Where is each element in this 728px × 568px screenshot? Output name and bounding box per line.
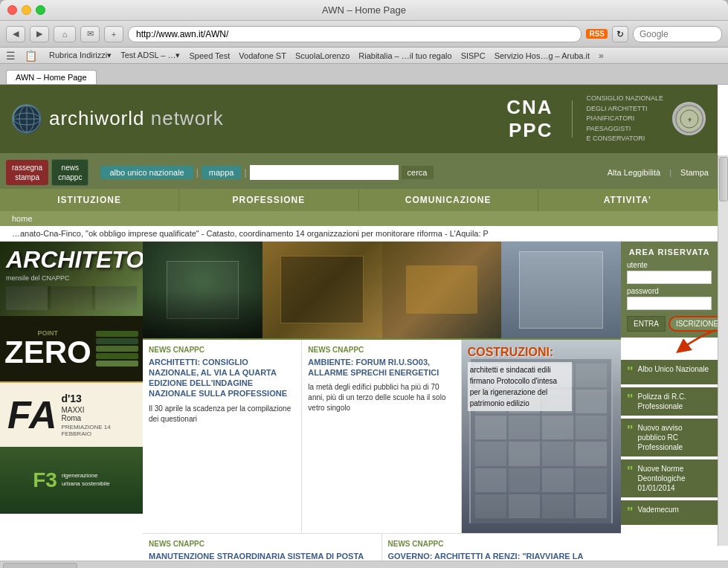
area-riservata: AREA RISERVATA utente password ENTRA ISC… (621, 242, 718, 338)
window-chrome: AWN – Home Page ◀ ▶ ⌂ ✉ + RSS ↻ ☰ 📋 Rubr… (0, 0, 728, 568)
stampa-link[interactable]: Stampa (680, 168, 709, 177)
refresh-button[interactable]: ↻ (612, 26, 628, 42)
sidebar-link-norme[interactable]: " Nuove Norme Deontologiche 01/01/2014 (621, 459, 718, 497)
bookmark-speedtest[interactable]: Speed Test (189, 51, 230, 60)
search-bar[interactable] (633, 26, 722, 42)
photo-4 (501, 242, 621, 338)
url-bar[interactable] (128, 26, 582, 42)
utente-label: utente (627, 261, 712, 269)
bookmark-vodafone[interactable]: Vodafone ST (239, 51, 286, 60)
bottom-scrollbar (0, 561, 728, 568)
zero-banner[interactable]: POINT ZERO (0, 316, 143, 381)
costruzioni-title: COSTRUZIONI: (468, 346, 572, 359)
breadcrumb: home (0, 211, 718, 226)
news-col-3-building: COSTRUZIONI: architetti e sindacati edil… (462, 340, 621, 533)
home-button[interactable]: ⌂ (54, 26, 76, 42)
bookmarks-bar: ☰ 📋 Rubrica Indirizzi▾ Test ADSL – …▾ Sp… (0, 48, 728, 64)
iscrizione-button[interactable]: ISCRIZIONE (669, 316, 718, 332)
search-input-site[interactable] (250, 165, 399, 180)
news-tag-1: NEWS CNAPPC (149, 346, 295, 354)
title-bar: AWN – Home Page (0, 0, 728, 21)
news-ticker: …anato-Cna-Finco, "ok obbligo imprese qu… (0, 226, 718, 242)
bookmark-riabitalia[interactable]: Riabitalia – …il tuo regalo (358, 51, 451, 60)
browser-content: archiworld network CNA PPC CONSIGLI (0, 85, 728, 561)
scrollbar[interactable] (718, 155, 728, 546)
nav-attivita[interactable]: ATTIVITA' (538, 189, 718, 211)
password-input[interactable] (627, 297, 712, 310)
news-col-2: NEWS CNAPPC AMBIENTE: FORUM RI.U.SO03, A… (302, 340, 461, 533)
green-banner[interactable]: F3 rigenerazioneurbana sostenibile (0, 447, 143, 514)
scrollbar-thumb[interactable] (719, 157, 728, 201)
logo-accent: network (151, 107, 224, 129)
password-label: password (627, 287, 712, 295)
right-sidebar: AREA RISERVATA utente password ENTRA ISC… (621, 242, 718, 561)
mail-button[interactable]: ✉ (80, 26, 100, 42)
tab-bar: AWN – Home Page (0, 64, 728, 85)
news-row2: NEWS CNAPPC MANUTENZIONE STRAORDINARIA S… (143, 533, 621, 561)
left-sidebar: ARCHITETO mensile del CNAPPC POI (0, 242, 143, 561)
albo-btn[interactable]: albo unico nazionale (100, 166, 193, 179)
bookmark-rubrica[interactable]: Rubrica Indirizzi▾ (49, 51, 112, 60)
architetto-banner[interactable]: ARCHITETO mensile del CNAPPC (0, 242, 143, 316)
sidebar-link-text-3: Nuovo avviso pubblico RC Professionale (638, 423, 712, 452)
bookmarks-more[interactable]: » (599, 51, 604, 61)
logo-text: archiworld network (49, 107, 224, 130)
mappa-btn[interactable]: mappa (202, 166, 242, 179)
news-cnappc-btn[interactable]: newscnappc (51, 159, 88, 186)
cerca-btn[interactable]: cerca (402, 166, 434, 179)
news-body-2: la metà degli edifici pubblici ha più di… (308, 382, 454, 413)
sidebar-link-polizza[interactable]: " Polizza di R.C. Professionale (621, 387, 718, 416)
fa-banner[interactable]: FA d'13 MAXXIRoma PREMIAZIONE 14 FEBBRAI… (0, 381, 143, 447)
sidebar-link-albo[interactable]: " Albo Unico Nazionale (621, 360, 718, 384)
bookmark-servizio[interactable]: Servizio Hos…g – Aruba.it (495, 51, 590, 60)
news-headline-4[interactable]: GOVERNO: ARCHITETTI A RENZI: "RIAVVIARE … (388, 551, 616, 561)
reading-list-icon[interactable]: 📋 (25, 50, 37, 62)
news-row1: NEWS CNAPPC ARCHITETTI: CONSIGLIO NAZION… (143, 338, 621, 533)
cnappc-cna: CNA (506, 96, 553, 118)
back-button[interactable]: ◀ (6, 26, 25, 42)
nav-comunicazione[interactable]: COMUNICAZIONE (359, 189, 538, 211)
bookmark-sispc[interactable]: SISPC (461, 51, 486, 60)
quote-icon-5: " (627, 505, 634, 520)
bookmark-scuola[interactable]: ScuolaLorenzo (295, 51, 349, 60)
sidebar-link-vademecum[interactable]: " Vademecum (621, 500, 718, 525)
photo-grid (143, 242, 621, 338)
photo-2 (262, 242, 382, 338)
sidebar-link-nuovo-avviso[interactable]: " Nuovo avviso pubblico RC Professionale (621, 419, 718, 456)
entra-button[interactable]: ENTRA (627, 316, 666, 332)
form-buttons: ENTRA ISCRIZIONE (627, 316, 712, 332)
browser-toolbar: ◀ ▶ ⌂ ✉ + RSS ↻ (0, 21, 728, 48)
utente-input[interactable] (627, 271, 712, 284)
horizontal-scrollbar-thumb[interactable] (3, 563, 77, 569)
sidebar-link-text-2: Polizza di R.C. Professionale (638, 392, 712, 411)
cnappc-ppc: PPC (509, 119, 553, 141)
nav-professione[interactable]: PROFESSIONE (179, 189, 358, 211)
quote-icon-2: " (627, 392, 634, 407)
news-headline-2[interactable]: AMBIENTE: FORUM RI.U.SO03, ALLARME SPREC… (308, 357, 454, 378)
quote-icon-4: " (627, 464, 634, 480)
minimize-button[interactable] (22, 5, 31, 15)
news-col-1: NEWS CNAPPC ARCHITETTI: CONSIGLIO NAZION… (143, 340, 302, 533)
nav-sep2: | (244, 167, 246, 178)
news-tag-3: NEWS CNAPPC (149, 540, 376, 548)
nav-istituzione[interactable]: ISTITUZIONE (0, 189, 179, 211)
site-wrapper: archiworld network CNA PPC CONSIGLI (0, 85, 718, 561)
nav-sep1: | (196, 167, 199, 178)
rassegna-btn[interactable]: rassegnastampa (6, 160, 48, 185)
news-headline-1[interactable]: ARCHITETTI: CONSIGLIO NAZIONALE, AL VIA … (149, 357, 295, 399)
costruzioni-body: architetti e sindacati edili firmano Pro… (468, 362, 572, 411)
maximize-button[interactable] (36, 5, 45, 15)
main-content-area: NEWS CNAPPC ARCHITETTI: CONSIGLIO NAZION… (143, 242, 621, 561)
forward-button[interactable]: ▶ (30, 26, 49, 42)
bookmark-testadsl[interactable]: Test ADSL – …▾ (120, 51, 180, 60)
news-col-4: NEWS CNAPPC MANUTENZIONE STRAORDINARIA S… (143, 534, 382, 561)
new-tab-button[interactable]: + (104, 26, 123, 42)
main-nav: ISTITUZIONE PROFESSIONE COMUNICAZIONE AT… (0, 189, 718, 211)
close-button[interactable] (7, 5, 17, 15)
alta-leggibilita-link[interactable]: Alta Leggibilità (608, 168, 661, 177)
news-body-1: Il 30 aprile la scadenza per la compilaz… (149, 404, 295, 425)
active-tab[interactable]: AWN – Home Page (6, 70, 97, 84)
bookmarks-icon[interactable]: ☰ (6, 50, 16, 62)
news-headline-3[interactable]: MANUTENZIONE STRAORDINARIA SISTEMA DI PO… (149, 551, 376, 561)
news-tag-4: NEWS CNAPPC (388, 540, 616, 548)
